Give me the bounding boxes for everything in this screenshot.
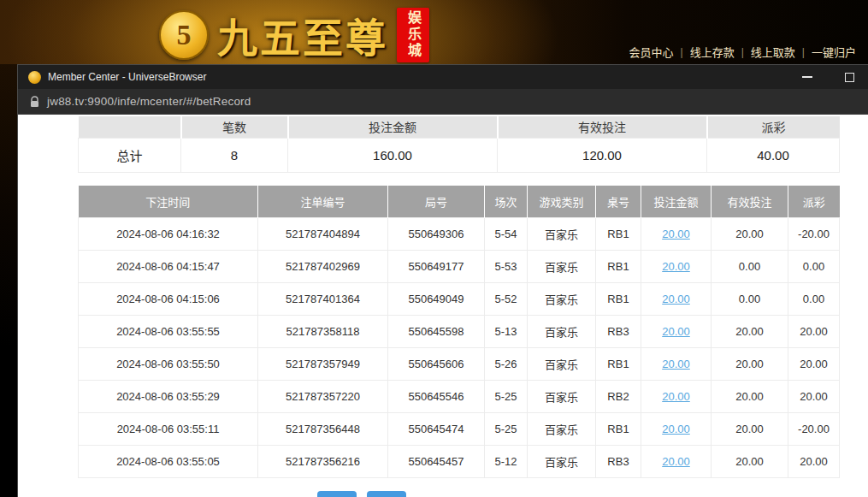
header-bet-amount: 投注金额	[641, 186, 712, 218]
cell-payout: 0.00	[788, 283, 840, 316]
cell-session: 5-12	[485, 446, 528, 478]
cell-game-type: 百家乐	[528, 218, 596, 251]
cell-bet-amount: 20.00	[641, 283, 712, 316]
url-text[interactable]: jw88.tv:9900/infe/mcenter/#/betRecord	[47, 95, 251, 108]
cell-round-id: 550649177	[388, 251, 485, 283]
cell-game-type: 百家乐	[528, 283, 596, 316]
cell-game-type: 百家乐	[528, 251, 596, 283]
brand-subtitle: 娱乐城	[397, 8, 429, 62]
bet-amount-link[interactable]: 20.00	[662, 455, 690, 468]
cell-bet-time: 2024-08-06 03:55:50	[79, 348, 258, 381]
cell-session: 5-25	[485, 381, 528, 413]
cell-table-no: RB3	[596, 446, 641, 478]
summary-valid-value: 120.00	[498, 138, 707, 172]
cell-table-no: RB1	[596, 283, 641, 316]
cell-session: 5-53	[485, 251, 528, 283]
table-row: 2024-08-06 03:55:50 521787357949 5506456…	[79, 348, 840, 381]
cell-game-type: 百家乐	[528, 316, 596, 348]
cell-bet-time: 2024-08-06 03:55:29	[79, 381, 258, 413]
site-banner: 5 九五至尊 娱乐城 会员中心 | 线上存款 | 线上取款 | 一键归户	[0, 0, 868, 64]
cell-bet-amount: 20.00	[641, 446, 712, 478]
table-row: 2024-08-06 04:15:47 521787402969 5506491…	[79, 251, 840, 283]
cell-round-id: 550649306	[388, 218, 485, 251]
cell-table-no: RB3	[596, 316, 641, 348]
window-titlebar: Member Center - UniverseBrowser	[18, 65, 868, 89]
cell-order-id: 521787402969	[258, 251, 388, 283]
bet-amount-link[interactable]: 20.00	[662, 423, 690, 435]
bet-amount-link[interactable]: 20.00	[662, 358, 690, 370]
summary-total-row: 总计 8 160.00 120.00 40.00	[79, 138, 840, 172]
window-title: Member Center - UniverseBrowser	[48, 71, 206, 83]
bet-record-table: 下注时间 注单编号 局号 场次 游戏类别 桌号 投注金额 有效投注 派彩 202…	[78, 186, 840, 479]
window-icon	[28, 71, 41, 84]
bet-amount-link[interactable]: 20.00	[662, 260, 690, 273]
cell-session: 5-54	[485, 218, 528, 251]
cell-round-id: 550649049	[388, 283, 485, 316]
lock-icon	[30, 96, 39, 108]
cell-order-id: 521787358118	[258, 316, 388, 348]
summary-header-blank	[79, 116, 181, 138]
cell-round-id: 550645457	[388, 446, 485, 478]
header-game-type: 游戏类别	[528, 186, 596, 218]
cell-payout: -20.00	[788, 413, 840, 446]
banner-nav: 会员中心 | 线上存款 | 线上取款 | 一键归户	[629, 44, 856, 60]
cell-valid-bet: 20.00	[712, 413, 788, 446]
cell-order-id: 521787357220	[258, 381, 388, 413]
cell-order-id: 521787356448	[258, 413, 388, 446]
cell-payout: 20.00	[788, 446, 840, 478]
bet-amount-link[interactable]: 20.00	[662, 228, 690, 240]
cell-game-type: 百家乐	[528, 446, 596, 478]
nav-one-key-transfer[interactable]: 一键归户	[812, 44, 856, 60]
window-controls	[802, 73, 858, 82]
summary-header-count: 笔数	[181, 116, 288, 138]
cell-table-no: RB1	[596, 251, 641, 283]
cell-bet-time: 2024-08-06 03:55:55	[79, 316, 258, 348]
cell-bet-amount: 20.00	[641, 381, 712, 413]
minimize-button[interactable]	[802, 76, 812, 78]
cell-round-id: 550645598	[388, 316, 485, 348]
cell-bet-amount: 20.00	[641, 251, 712, 283]
page-content: 笔数 投注金额 有效投注 派彩 总计 8 160.00 120.00 40.00	[18, 115, 868, 497]
brand-logo: 5 九五至尊 娱乐城	[159, 5, 429, 64]
summary-header-payout: 派彩	[707, 116, 840, 138]
cell-valid-bet: 0.00	[712, 283, 788, 316]
cell-payout: 0.00	[788, 251, 840, 283]
screen: 5 九五至尊 娱乐城 会员中心 | 线上存款 | 线上取款 | 一键归户 Mem…	[0, 0, 868, 497]
summary-table: 笔数 投注金额 有效投注 派彩 总计 8 160.00 120.00 40.00	[78, 116, 840, 173]
summary-bet-value: 160.00	[288, 138, 498, 172]
bet-amount-link[interactable]: 20.00	[662, 293, 690, 305]
cell-session: 5-25	[485, 413, 528, 446]
summary-header-valid: 有效投注	[498, 116, 707, 138]
nav-online-deposit[interactable]: 线上存款	[690, 44, 735, 60]
table-row: 2024-08-06 03:55:55 521787358118 5506455…	[79, 316, 840, 348]
cell-bet-amount: 20.00	[641, 316, 712, 348]
url-bar[interactable]: jw88.tv:9900/infe/mcenter/#/betRecord	[18, 89, 868, 115]
header-round-id: 局号	[388, 186, 485, 218]
cell-bet-amount: 20.00	[641, 348, 712, 381]
cell-game-type: 百家乐	[528, 348, 596, 381]
bet-amount-link[interactable]: 20.00	[662, 325, 690, 338]
summary-header-bet: 投注金额	[288, 116, 498, 138]
pagination-prev-button[interactable]	[317, 491, 357, 497]
cell-bet-amount: 20.00	[641, 413, 712, 446]
maximize-button[interactable]	[845, 73, 854, 82]
nav-separator: |	[802, 46, 805, 58]
cell-order-id: 521787404894	[258, 218, 388, 251]
header-bet-time: 下注时间	[79, 186, 258, 218]
nav-member-center[interactable]: 会员中心	[629, 44, 674, 60]
cell-payout: 20.00	[788, 348, 840, 381]
cell-session: 5-52	[485, 283, 528, 316]
cell-bet-time: 2024-08-06 03:55:11	[79, 413, 258, 446]
cell-table-no: RB1	[596, 413, 641, 446]
cell-session: 5-26	[485, 348, 528, 381]
cell-payout: 20.00	[788, 316, 840, 348]
cell-order-id: 521787356216	[258, 446, 388, 478]
cell-order-id: 521787401364	[258, 283, 388, 316]
bet-amount-link[interactable]: 20.00	[662, 390, 690, 403]
pagination-next-button[interactable]	[367, 491, 406, 497]
cell-round-id: 550645546	[388, 381, 485, 413]
nav-separator: |	[681, 46, 683, 58]
cell-table-no: RB1	[596, 348, 641, 381]
nav-online-withdraw[interactable]: 线上取款	[751, 44, 795, 60]
brand-title: 九五至尊	[217, 5, 388, 64]
